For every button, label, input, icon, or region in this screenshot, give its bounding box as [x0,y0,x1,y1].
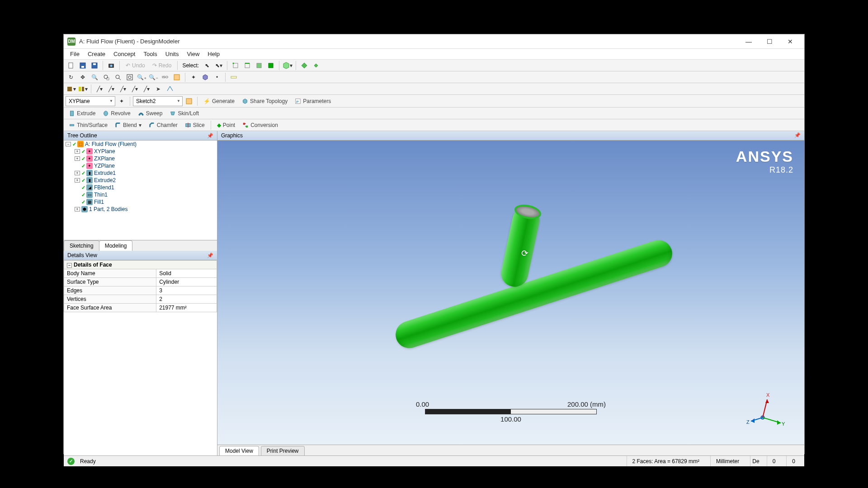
menu-view[interactable]: View [183,50,203,58]
zoom-icon[interactable]: 🔍 [89,72,100,82]
prop-value[interactable]: 21977 mm² [156,304,217,312]
rotate-icon[interactable]: ↻ [66,72,76,82]
details-section[interactable]: −Details of Face [64,261,217,269]
model-pipe-main[interactable] [392,237,675,352]
scale-right-label: 200.00 (mm) [567,400,606,408]
expand-icon[interactable]: + [75,156,80,161]
expand-icon[interactable]: + [75,149,80,154]
conversion-button[interactable]: Conversion [239,120,281,130]
close-button[interactable]: ✕ [780,35,801,48]
tab-model-view[interactable]: Model View [219,446,259,455]
zoom-box-icon[interactable] [101,72,112,82]
tree-item-fill1[interactable]: ✓▦Fill1 [64,198,217,206]
pin-icon[interactable]: 📌 [207,133,213,139]
tree-item-thin1[interactable]: ✓▭Thin1 [64,191,217,198]
expand-icon[interactable]: − [66,142,71,146]
look-at-icon[interactable] [171,72,182,82]
box-select-icon[interactable]: ▾ [282,61,293,70]
cube-icon[interactable] [200,72,211,82]
tree-item-bodies[interactable]: +⬢1 Part, 2 Bodies [64,206,217,213]
line-style-4-icon[interactable]: ╱▾ [129,84,140,94]
save-icon[interactable] [77,61,88,70]
pan-icon[interactable]: ✥ [77,72,88,82]
shaded-icon[interactable]: ▾ [66,84,76,94]
extrude-button[interactable]: Extrude [66,108,99,118]
iso-view-icon[interactable]: ISO [160,72,170,82]
tab-modeling[interactable]: Modeling [99,240,133,251]
tree-item-xyplane[interactable]: +✓✦XYPlane [64,148,217,155]
view-triad[interactable]: X Y Z [745,390,786,431]
prop-value[interactable]: Cylinder [156,278,217,286]
prop-value[interactable]: 2 [156,295,217,304]
pin-icon[interactable]: 📌 [794,132,801,139]
plane-icon[interactable]: ✦ [188,72,199,82]
extend-select-icon[interactable] [299,61,310,70]
new-icon[interactable] [66,61,76,70]
tab-sketching[interactable]: Sketching [64,240,99,251]
chamfer-button[interactable]: Chamfer [146,120,181,130]
tree-root[interactable]: − ✓ ⬚ A: Fluid Flow (Fluent) [64,141,217,148]
menu-concept[interactable]: Concept [110,50,139,58]
skinloft-button[interactable]: Skin/Loft [166,108,202,118]
select-edge-icon[interactable] [242,61,253,70]
tree-item-fblend1[interactable]: ✓◢FBlend1 [64,184,217,191]
new-plane-icon[interactable]: ✦ [116,96,127,106]
tab-print-preview[interactable]: Print Preview [261,446,305,455]
sweep-button[interactable]: Sweep [135,108,166,118]
shrink-select-icon[interactable] [311,61,321,70]
prop-value[interactable]: Solid [156,269,217,278]
slice-button[interactable]: Slice [182,120,208,130]
prev-view-icon[interactable]: 🔍₋ [148,72,159,82]
line-style-1-icon[interactable]: ╱▾ [94,84,105,94]
plane-dropdown[interactable]: XYPlane [66,96,115,106]
select-face-icon[interactable] [254,61,264,70]
thin-surface-button[interactable]: Thin/Surface [66,120,111,130]
select-pointer-icon[interactable]: ⬉ [202,61,212,70]
ruler-icon[interactable] [228,72,239,82]
select-filter-icon[interactable]: ⬉▾ [213,61,224,70]
expand-icon[interactable]: + [75,178,80,183]
expand-icon[interactable]: + [75,207,80,211]
magnify-icon[interactable]: 🔍₊ [136,72,147,82]
share-topology-button[interactable]: Share Topology [239,96,291,106]
select-body-icon[interactable] [265,61,276,70]
parameters-button[interactable]: PParameters [292,96,334,106]
menu-help[interactable]: Help [204,50,223,58]
maximize-button[interactable]: ☐ [759,35,780,48]
line-style-5-icon[interactable]: ╱▾ [141,84,152,94]
generate-button[interactable]: ⚡Generate [200,96,238,106]
viewport-3d[interactable]: ANSYS R18.2 ⟳ 0.00 200.00 (mm) 10 [217,141,804,445]
select-vertex-icon[interactable] [230,61,241,70]
screenshot-icon[interactable] [106,61,117,70]
redo-button[interactable]: ↷Redo [149,61,175,70]
revolve-button[interactable]: Revolve [99,108,133,118]
tree-item-yzplane[interactable]: ✓✦YZPlane [64,162,217,169]
zoom-fit-icon[interactable] [113,72,123,82]
tree-item-zxplane[interactable]: +✓✦ZXPlane [64,155,217,162]
blend-button[interactable]: Blend▾ [112,120,145,130]
menu-units[interactable]: Units [162,50,183,58]
sketch-plane-icon[interactable] [165,84,175,94]
undo-button[interactable]: ↶Undo [123,61,148,70]
zoom-selection-icon[interactable] [124,72,135,82]
tree-item-extrude2[interactable]: +✓▮Extrude2 [64,177,217,184]
pin-icon[interactable]: 📌 [207,253,213,258]
point-display-icon[interactable]: • [212,72,222,82]
menu-file[interactable]: File [66,50,83,58]
export-icon[interactable] [89,61,100,70]
menu-tools[interactable]: Tools [140,50,160,58]
collapse-icon[interactable]: − [67,263,72,268]
prop-value[interactable]: 3 [156,286,217,295]
minimize-button[interactable]: — [738,35,759,48]
sketch-dropdown[interactable]: Sketch2 [133,96,183,106]
tree-item-extrude1[interactable]: +✓▮Extrude1 [64,169,217,177]
menu-create[interactable]: Create [84,50,109,58]
new-sketch-icon[interactable] [184,96,194,106]
line-style-2-icon[interactable]: ╱▾ [106,84,117,94]
expand-icon[interactable]: + [75,171,80,175]
arrow-icon[interactable]: ➤ [153,84,164,94]
point-button[interactable]: ◆Point [214,120,238,130]
line-style-3-icon[interactable]: ╱▾ [118,84,128,94]
edge-color-icon[interactable]: ▾ [77,84,88,94]
pipe-end-cap[interactable] [513,202,542,221]
